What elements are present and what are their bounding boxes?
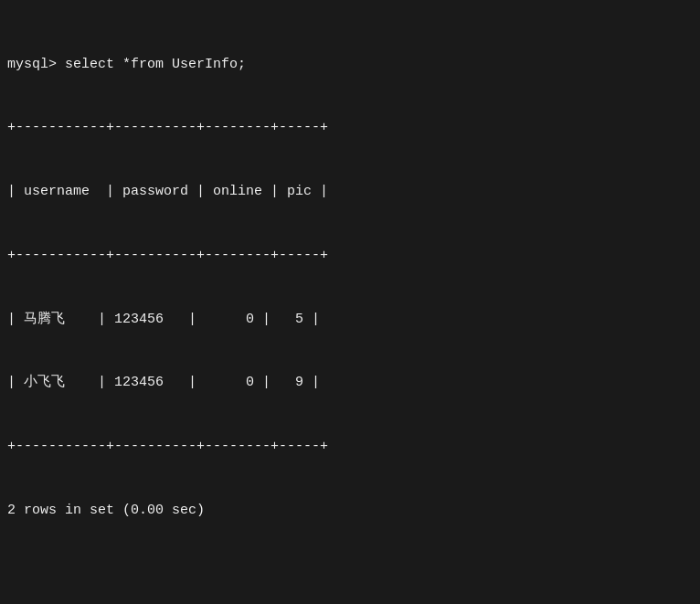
line-6: | 小飞飞 | 123456 | 0 | 9 | [7, 372, 693, 393]
line-7: +-----------+----------+--------+-----+ [7, 436, 693, 457]
line-3: | username | password | online | pic | [7, 181, 693, 202]
line-8: 2 rows in set (0.00 sec) [7, 500, 693, 521]
line-blank-1 [7, 564, 693, 585]
line-4: +-----------+----------+--------+-----+ [7, 245, 693, 266]
line-2: +-----------+----------+--------+-----+ [7, 117, 693, 138]
line-1: mysql> select *from UserInfo; [7, 54, 693, 75]
line-5: | 马腾飞 | 123456 | 0 | 5 | [7, 309, 693, 330]
terminal-output: mysql> select *from UserInfo; +---------… [7, 11, 693, 604]
